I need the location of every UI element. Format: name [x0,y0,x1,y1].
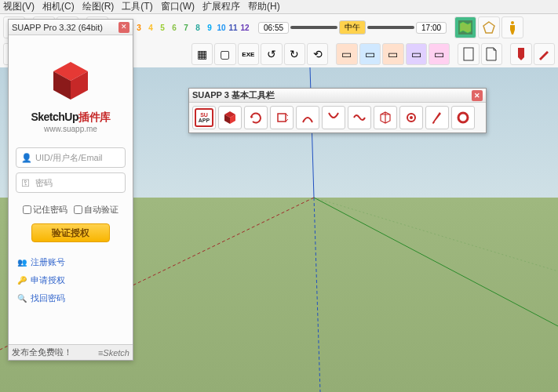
username-placeholder: UID/用户名/Email [35,152,103,164]
sketchup-logo-icon [47,57,94,104]
suapp-cube-red-icon[interactable] [218,106,242,129]
suapp-toolbar: SUAPP 3 基本工具栏 ✕ SUAPP [188,88,487,133]
login-panel-close-button[interactable]: ✕ [119,22,129,33]
num-12[interactable]: 12 [239,24,250,32]
num-8[interactable]: 8 [192,24,203,32]
scene-3-icon[interactable]: ▭ [382,43,403,65]
apply-auth-link[interactable]: 🔑 申请授权 [16,274,65,286]
svg-line-12 [314,198,558,271]
logo-url: www.suapp.me [44,125,97,133]
menu-item-view[interactable]: 视图(V) [3,0,35,13]
suapp-cube-iso-icon[interactable] [374,106,397,129]
menu-item-window[interactable]: 窗口(W) [161,0,195,13]
svg-point-14 [410,116,413,119]
svg-point-15 [458,113,468,122]
svg-line-10 [314,198,558,326]
suapp-reset-icon[interactable] [244,106,268,129]
menu-item-camera[interactable]: 相机(C) [42,0,75,13]
pen-icon[interactable] [534,43,555,65]
svg-point-5 [511,21,514,24]
page-outline-icon[interactable] [458,43,479,65]
key-icon: ⚿ [21,178,32,187]
scene-2-icon[interactable]: ▭ [359,43,381,65]
suapp-brush-icon[interactable] [425,106,449,129]
login-panel-body: SketchUp插件库 www.suapp.me 👤 UID/用户名/Email… [9,35,133,312]
svg-line-9 [314,198,320,392]
sun-time-mid: 中午 [339,20,366,34]
svg-rect-7 [464,48,473,60]
person-icon[interactable] [501,16,523,38]
panel-links: 👥 注册账号 🔑 申请授权 🔍 找回密码 [15,256,65,304]
svg-marker-4 [483,22,494,33]
grid-icon[interactable]: ▦ [191,43,213,65]
time-slider[interactable] [290,25,337,30]
num-11[interactable]: 11 [228,24,239,32]
checkbox-row: 记住密码 自动验证 [23,204,119,216]
marker-icon[interactable] [510,43,531,65]
menu-item-help[interactable]: 帮助(H) [248,0,280,13]
page-folded-icon[interactable] [481,43,502,65]
suapp-toolbar-close-button[interactable]: ✕ [472,90,483,101]
remember-checkbox[interactable]: 记住密码 [23,204,67,216]
suapp-gear-icon[interactable] [399,106,423,129]
window-icon[interactable]: ▢ [214,43,235,65]
num-10[interactable]: 10 [216,24,227,32]
key-small-icon: 🔑 [16,275,27,286]
people-icon: 👥 [16,257,27,268]
password-placeholder: 密码 [35,177,53,189]
suapp-arc1-icon[interactable] [296,106,319,129]
num-4[interactable]: 4 [145,24,156,32]
password-field[interactable]: ⚿ 密码 [16,172,126,193]
suapp-toolbar-body: SUAPP [189,103,486,132]
suapp-arc2-icon[interactable] [322,106,345,129]
scene-4-icon[interactable]: ▭ [406,43,427,65]
auth-button[interactable]: 验证授权 [31,223,110,242]
scene-1-icon[interactable]: ▭ [336,43,357,65]
username-field[interactable]: 👤 UID/用户名/Email [16,147,126,168]
status-tag: ≡Sketch [98,348,129,358]
map-icon[interactable] [454,16,476,38]
panel-statusbar: 发布全免费啦！ ≡Sketch [9,344,133,360]
logo-text: SketchUp插件库 [31,111,110,125]
rotate-right-icon[interactable]: ↻ [284,43,305,65]
time-slider-2[interactable] [367,25,414,30]
find-password-link[interactable]: 🔍 找回密码 [16,292,65,304]
num-5[interactable]: 5 [157,24,168,32]
register-link[interactable]: 👥 注册账号 [16,256,65,268]
exe-icon[interactable]: EXE [238,43,259,65]
suapp-flip-icon[interactable] [270,106,294,129]
login-panel-titlebar[interactable]: SUAPP Pro 3.32 (64bit) ✕ [9,20,133,35]
num-7[interactable]: 7 [181,24,191,32]
suapp-wave-icon[interactable] [348,106,371,129]
polygon-icon[interactable] [478,16,500,38]
autoauth-checkbox[interactable]: 自动验证 [74,204,119,216]
menu-item-draw[interactable]: 绘图(R) [82,0,115,13]
login-panel-title: SUAPP Pro 3.32 (64bit) [12,23,103,32]
num-6[interactable]: 6 [169,24,180,32]
user-icon: 👤 [21,153,32,163]
suapp-toolbar-title[interactable]: SUAPP 3 基本工具栏 ✕ [189,89,486,103]
suapp-ring-icon[interactable] [451,106,475,129]
menu-bar: 视图(V) 相机(C) 绘图(R) 工具(T) 窗口(W) 扩展程序 帮助(H) [0,0,558,14]
svg-rect-2 [367,26,414,29]
scene-5-icon[interactable]: ▭ [429,43,450,65]
rotate-left-icon[interactable]: ↺ [261,43,282,65]
search-icon: 🔍 [16,293,27,304]
status-text: 发布全免费啦！ [12,347,72,358]
login-panel: SUAPP Pro 3.32 (64bit) ✕ SketchUp插件库 www… [8,19,133,361]
svg-rect-1 [290,26,337,29]
suapp-app-icon[interactable]: SUAPP [192,106,216,129]
arrow-loop-icon[interactable]: ⟲ [307,43,328,65]
sun-time-right: 17:00 [416,22,447,34]
num-3[interactable]: 3 [133,24,144,32]
menu-item-extensions[interactable]: 扩展程序 [202,0,240,13]
sun-time-left: 06:55 [258,22,289,34]
num-9[interactable]: 9 [204,24,215,32]
suapp-toolbar-title-text: SUAPP 3 基本工具栏 [192,89,275,101]
menu-item-tools[interactable]: 工具(T) [122,0,152,13]
